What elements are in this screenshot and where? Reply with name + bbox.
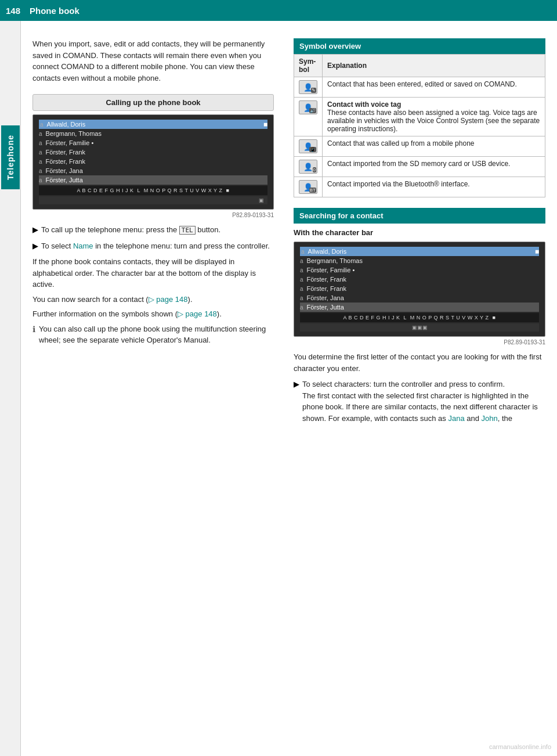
pb2-name-6: Förster, Jana: [307, 294, 344, 301]
pb2-icon-2: a: [300, 258, 303, 264]
bullet-arrow-2: ▶: [32, 241, 38, 252]
voice-tag-label: Contact with voice tag: [327, 100, 401, 109]
symbol-icon-5: 👤 BT: [294, 177, 323, 197]
pb2-icon-5: a: [300, 286, 303, 292]
calling-section-title: Calling up the phone book: [32, 94, 274, 111]
watermark: carmanualsonline.info: [489, 743, 551, 750]
content-area: When you import, save, edit or add conta…: [21, 21, 557, 756]
pb-icon-5: a: [39, 159, 42, 165]
pb-name-2: Bergmann, Thomas: [46, 130, 102, 137]
pb-row-7: a Förster, Jutta: [39, 175, 267, 185]
pb2-row-2: a Bergmann, Thomas: [300, 256, 539, 265]
bullet-item-2: ▶ To select Name in the telephone menu: …: [32, 240, 274, 252]
phonebook-image: a Allwald, Doris ◼ a Bergmann, Thomas a …: [32, 114, 274, 210]
contact-bt-icon: 👤 BT: [299, 180, 317, 194]
sub-text-3: Further information on the symbols shown…: [32, 308, 274, 320]
pb2-row-1: a Allwald, Doris ◼: [300, 247, 539, 256]
symbol-icon-4: 👤 0: [294, 157, 323, 177]
pb-alphabet: A B C D E F G H I J K L M N O P Q R S T …: [39, 186, 267, 195]
pb-caption-1: P82.89-0193-31: [32, 212, 274, 218]
info-text: You can also call up the phone book usin…: [39, 323, 274, 346]
select-bullet-text: To select characters: turn the controlle…: [302, 379, 545, 424]
symbol-row-2: 👤 🔊 Contact with voice tag These contact…: [294, 98, 545, 136]
pb2-bottom-bar: ▣▣▣: [300, 323, 539, 332]
pb-name-4: Förster, Frank: [46, 149, 85, 156]
pb2-name-3: Förster, Familie •: [307, 267, 355, 273]
pb2-row-5: a Förster, Frank: [300, 284, 539, 293]
pb2-name-5: Förster, Frank: [307, 285, 346, 292]
info-icon: ℹ: [32, 323, 35, 346]
pb-indicator-1: ◼: [263, 121, 267, 127]
bullet-text-1: To call up the telephone menu: press the…: [41, 224, 274, 236]
pb-name-3: Förster, Familie •: [46, 139, 94, 146]
symbol-row-4: 👤 0 Contact imported from the SD memory …: [294, 157, 545, 177]
bullet-text-2: To select Name in the telephone menu: tu…: [41, 240, 274, 252]
save-badge: ✎: [311, 88, 316, 93]
searching-header: Searching for a contact: [294, 208, 545, 224]
pb-row-1: a Allwald, Doris ◼: [39, 120, 267, 129]
pb-name-5: Förster, Frank: [46, 158, 85, 165]
pb2-icon-1: a: [301, 249, 305, 255]
bt-badge: BT: [309, 188, 316, 193]
contact-voice-icon: 👤 🔊: [299, 100, 317, 114]
pb-icon-4: a: [39, 149, 42, 156]
pb2-name-1: Allwald, Doris: [308, 248, 347, 255]
symbol-desc-3: Contact that was called up from a mobile…: [323, 136, 545, 157]
jana-link: Jana: [448, 414, 464, 423]
contact-saved-icon: 👤 ✎: [299, 80, 317, 94]
pb2-caption: P82.89-0193-31: [294, 339, 545, 345]
character-bar-subtitle: With the character bar: [294, 228, 545, 237]
pb2-alphabet: A B C D E F G H I J K L M N O P Q R S T …: [300, 313, 539, 322]
symbol-table: Sym-bol Explanation 👤 ✎ Contact that has…: [294, 54, 545, 197]
symbol-desc-4: Contact imported from the SD memory card…: [323, 157, 545, 177]
header-bar: 148 Phone book: [0, 0, 557, 21]
voice-badge: 🔊: [309, 108, 316, 113]
col-header-explanation: Explanation: [323, 55, 545, 77]
mobile-badge: 📱: [309, 147, 316, 152]
select-bullet-item: ▶ To select characters: turn the control…: [294, 379, 545, 424]
pb2-row-3: a Förster, Familie •: [300, 265, 539, 275]
left-sidebar: Telephone: [0, 21, 21, 756]
pb-row-5: a Förster, Frank: [39, 157, 267, 166]
symbol-desc-5: Contact imported via the Bluetooth® inte…: [323, 177, 545, 197]
pb2-icon-3: a: [300, 267, 303, 273]
pb-row-6: a Förster, Jana: [39, 166, 267, 175]
pb-name-1: Allwald, Doris: [47, 121, 86, 128]
symbol-row-5: 👤 BT Contact imported via the Bluetooth®…: [294, 177, 545, 197]
bullet-item-1: ▶ To call up the telephone menu: press t…: [32, 224, 274, 236]
sub-text-1: If the phone book contains contacts, the…: [32, 256, 274, 290]
name-link: Name: [73, 242, 93, 250]
sidebar-tab: Telephone: [1, 125, 20, 189]
symbol-overview-header: Symbol overview: [294, 38, 545, 54]
pb2-name-7: Förster, Jutta: [307, 304, 344, 311]
symbol-desc-2: Contact with voice tag These contacts ha…: [323, 98, 545, 136]
pb2-icon-6: a: [300, 295, 303, 301]
intro-paragraph: When you import, save, edit or add conta…: [32, 38, 274, 84]
pb2-indicator: ◼: [535, 249, 539, 254]
contact-mobile-icon: 👤 📱: [299, 139, 317, 153]
page-title: Phone book: [30, 6, 79, 16]
pb2-icon-4: a: [300, 276, 303, 283]
pb2-icon-7: a: [300, 304, 303, 311]
page-link-2: ▷ page 148: [178, 309, 217, 318]
pb2-name-4: Förster, Frank: [307, 276, 346, 283]
info-item-1: ℹ You can also call up the phone book us…: [32, 323, 274, 346]
sd-badge: 0: [313, 167, 316, 172]
right-column: Symbol overview Sym-bol Explanation 👤 ✎: [288, 33, 557, 744]
pb-icon-6: a: [39, 168, 42, 174]
pb-row-3: a Förster, Familie •: [39, 138, 267, 147]
john-link: John: [482, 414, 498, 423]
person-glyph-4: 👤: [303, 163, 313, 171]
select-bullet-arrow: ▶: [294, 379, 299, 424]
symbol-icon-1: 👤 ✎: [294, 77, 323, 98]
page-link-1: ▷ page 148: [149, 295, 188, 304]
symbol-icon-3: 👤 📱: [294, 136, 323, 157]
pb-icon-1: a: [40, 121, 44, 128]
determine-text: You determine the first letter of the co…: [294, 351, 545, 374]
sub-text-2: You can now search for a contact (▷ page…: [32, 294, 274, 305]
tel-key: TEL: [179, 226, 196, 235]
pb-row-2: a Bergmann, Thomas: [39, 129, 267, 138]
page-number: 148: [6, 6, 20, 16]
left-column: When you import, save, edit or add conta…: [21, 33, 288, 744]
pb2-name-2: Bergmann, Thomas: [307, 257, 363, 264]
